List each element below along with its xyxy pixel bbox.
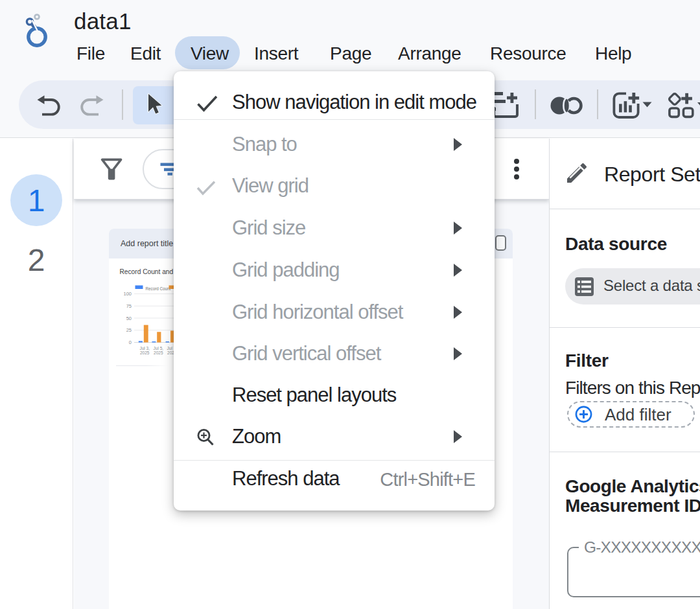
svg-text:Jul 5,: Jul 5, xyxy=(154,346,164,350)
svg-text:75: 75 xyxy=(126,303,132,309)
svg-text:Record Count: Record Count xyxy=(146,286,171,291)
svg-text:2025: 2025 xyxy=(140,350,150,355)
svg-text:Jul 3,: Jul 3, xyxy=(139,346,150,350)
svg-text:100: 100 xyxy=(123,291,132,297)
svg-text:0: 0 xyxy=(129,339,132,345)
svg-text:25: 25 xyxy=(126,327,132,333)
svg-text:2025: 2025 xyxy=(154,350,163,355)
svg-text:50: 50 xyxy=(126,316,132,321)
